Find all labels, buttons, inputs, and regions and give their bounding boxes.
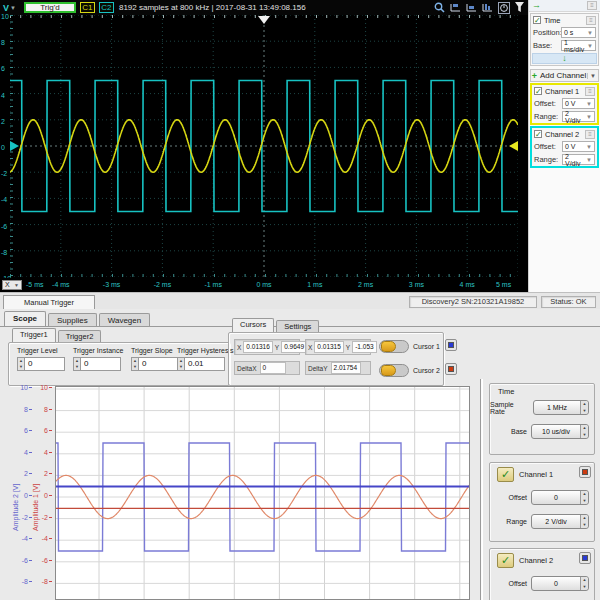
channel1-offset-spinner[interactable]: ▲▼ [580, 491, 588, 504]
scope-y-tick-label: 4 [1, 92, 9, 99]
channel2-offset-spinner[interactable]: ▲▼ [580, 577, 588, 590]
sample-rate-combo[interactable]: 1 MHz ▲▼ [533, 400, 589, 415]
filter-icon[interactable] [513, 2, 526, 14]
channel2-led[interactable] [579, 552, 591, 564]
lv-y-tick-label: -8 [36, 578, 52, 585]
plot-export-icon-1[interactable] [449, 2, 462, 14]
channel1-group-title: Channel 1 [519, 470, 553, 479]
channel1-range-combo[interactable]: 2 V/div ▲▼ [531, 514, 589, 529]
trigger-slope-spinner[interactable]: ▲▼ [131, 357, 139, 371]
channel1-badge[interactable]: C1 [80, 2, 95, 13]
time-checkbox[interactable]: ✓ [533, 16, 541, 24]
deltax-label: DeltaX [237, 365, 257, 372]
lv-y-tick-label: -6 [16, 557, 32, 564]
scope-y-tick-label: 10 [1, 13, 9, 20]
screen: V ▼ Trig'd C1 C2 8192 samples at 800 kHz… [0, 0, 600, 600]
vertical-axis-selector[interactable]: V ▼ [3, 3, 16, 13]
scope-x-tick-label: -3 ms [103, 281, 121, 288]
scope-x-tick-label: 3 ms [409, 281, 424, 288]
channel1-offset-combo[interactable]: 0 ▲▼ [531, 490, 589, 505]
channel2-offset-combo[interactable]: 0 ▲▼ [531, 576, 589, 591]
channel1-group: ✓ Channel 1 Offset 0 ▲▼ Range 2 V/div ▲▼ [489, 462, 595, 542]
scope-toolbar: V ▼ Trig'd C1 C2 8192 samples at 800 kHz… [0, 0, 528, 15]
run-arrow-icon[interactable]: → [532, 1, 541, 10]
channel2-badge[interactable]: C2 [99, 2, 114, 13]
channel2-offset-label: Offset: [534, 142, 560, 151]
channel1-settings-icon[interactable]: ≡ [585, 87, 595, 96]
deltay-readout: DeltaY 2.01754 [305, 361, 371, 375]
scope-plot-area[interactable]: 1086420-2-4-6-8-10 [0, 15, 528, 278]
trigger-slope-input[interactable]: 0 [139, 357, 179, 371]
lv-y-tick-label: 4 [36, 449, 52, 456]
toggle-knob [381, 341, 396, 352]
base-spinner[interactable]: ▲▼ [580, 425, 588, 438]
channel2-settings-icon[interactable]: ≡ [585, 130, 595, 139]
manual-trigger-button[interactable]: Manual Trigger [3, 295, 95, 310]
position-label: Position: [533, 28, 559, 37]
amplitude1-axis-title: Amplitude 1 [V] [32, 484, 39, 531]
base-select[interactable]: 1 ms/div ▼ [561, 40, 596, 51]
channel1-range-select[interactable]: 2 V/div ▼ [562, 111, 595, 122]
sample-rate-spinner[interactable]: ▲▼ [580, 401, 588, 414]
plot-export-icon-3[interactable] [481, 2, 494, 14]
channel2-checkbox[interactable]: ✓ [534, 130, 542, 138]
cursor1-led[interactable] [445, 339, 457, 351]
channel2-offset-select[interactable]: 0 V ▼ [562, 141, 595, 152]
add-channel-button[interactable]: + Add Channel ▼ [530, 69, 599, 82]
tab-cursors[interactable]: Cursors [232, 318, 274, 332]
sample-rate-value: 1 MHz [534, 404, 580, 411]
trigger-level-input[interactable]: 0 [25, 357, 65, 371]
time-settings-icon[interactable]: ≡ [586, 16, 596, 25]
channel1-range-value-bottom: 2 V/div [532, 518, 580, 525]
plot-export-icon-2[interactable] [465, 2, 478, 14]
position-select[interactable]: 0 s ▼ [561, 27, 596, 38]
tab-trigger1[interactable]: Trigger1 [12, 328, 56, 342]
zoom-icon[interactable] [433, 2, 446, 14]
lv-y-tick-label: -2 [36, 514, 52, 521]
sidebar-options-icon[interactable]: ≡ [587, 1, 597, 10]
trigger-hysteresis-input[interactable]: 0.01 [185, 357, 225, 371]
x-axis-selector-label: X [5, 281, 10, 289]
persistence-icon[interactable] [497, 2, 510, 14]
scope-y-tick-label: -4 [1, 196, 9, 203]
lv-y-tick-label: 6 [36, 427, 52, 434]
cursor1-toggle[interactable] [379, 340, 409, 353]
scope-y-tick-label: -2 [1, 170, 9, 177]
lv-waveform-plot[interactable] [55, 386, 470, 600]
trigger-hysteresis-spinner[interactable]: ▲▼ [177, 357, 185, 371]
trigger-instance-input[interactable]: 0 [81, 357, 121, 371]
apply-down-button[interactable]: ↓ [532, 53, 597, 64]
base-value: 1 ms/div [564, 39, 587, 53]
channel1-offset-select[interactable]: 0 V ▼ [562, 98, 595, 109]
chevron-down-icon: ▼ [586, 101, 592, 107]
channel2-enable-button[interactable]: ✓ [497, 553, 514, 568]
sidebar-header: → ≡ [529, 0, 600, 12]
tab-wavegen[interactable]: Wavegen [99, 313, 151, 327]
tab-trigger2[interactable]: Trigger2 [58, 330, 102, 342]
channel1-enable-button[interactable]: ✓ [497, 467, 514, 482]
tab-settings[interactable]: Settings [276, 320, 319, 332]
base-combo[interactable]: 10 us/div ▲▼ [531, 424, 589, 439]
trigger-instance-spinner[interactable]: ▲▼ [73, 357, 81, 371]
channel1-offset-value-bottom: 0 [532, 494, 580, 501]
tab-scope[interactable]: Scope [4, 311, 46, 327]
chevron-down-icon: ▼ [14, 281, 19, 289]
tab-supplies[interactable]: Supplies [48, 313, 97, 327]
x-axis-selector[interactable]: X ▼ [2, 280, 22, 290]
channel1-led[interactable] [579, 466, 591, 478]
deltax-readout: DeltaX 0 [234, 361, 300, 375]
trigger-hysteresis-field: Trigger Hysteresis ▲▼ 0.01 [177, 347, 233, 371]
channel2-range-select[interactable]: 2 V/div ▼ [562, 154, 595, 165]
cursor2-led[interactable] [445, 363, 457, 375]
chevron-down-icon: ▼ [587, 30, 593, 36]
channel1-range-spinner[interactable]: ▲▼ [580, 515, 588, 528]
channel2-range-label: Range: [534, 155, 560, 164]
trigger-level-spinner[interactable]: ▲▼ [17, 357, 25, 371]
add-channel-dropdown-icon[interactable]: ▼ [587, 73, 598, 79]
base-row: Base: 1 ms/div ▼ [531, 39, 598, 52]
panel-divider [480, 379, 483, 600]
channel1-checkbox[interactable]: ✓ [534, 87, 542, 95]
deltay-value: 2.01754 [331, 362, 361, 374]
cursors-group: X 0.01316 Y 0.9649 X 0.01315 Y -1.053 De… [228, 332, 444, 386]
cursor2-toggle[interactable] [379, 364, 409, 377]
